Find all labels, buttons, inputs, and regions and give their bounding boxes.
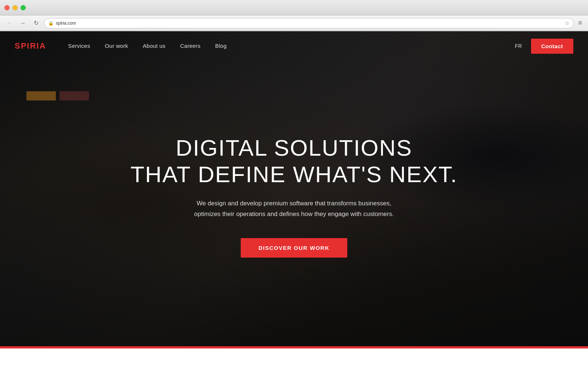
forward-button[interactable]: →: [18, 18, 28, 28]
nav-right: FR Contact: [515, 39, 573, 54]
nav-item-our-work: Our work: [105, 43, 128, 49]
traffic-lights: [4, 5, 26, 10]
bookmark-icon: ☆: [565, 20, 570, 26]
navbar: SPIRIA Services Our work About us Career…: [0, 31, 588, 61]
nav-link-services[interactable]: Services: [68, 43, 90, 49]
hero-title: DIGITAL SOLUTIONS THAT DEFINE WHAT'S NEX…: [130, 135, 458, 187]
minimize-button[interactable]: [12, 5, 18, 10]
website: SPIRIA Services Our work About us Career…: [0, 31, 588, 368]
logo-text: SPIRIA: [15, 41, 46, 51]
nav-item-careers: Careers: [180, 43, 200, 49]
reload-button[interactable]: ↻: [31, 18, 41, 28]
nav-link-blog[interactable]: Blog: [215, 43, 227, 49]
nav-item-services: Services: [68, 43, 90, 49]
lock-icon: 🔒: [48, 21, 54, 26]
nav-link-our-work[interactable]: Our work: [105, 43, 128, 49]
contact-button[interactable]: Contact: [531, 39, 573, 54]
menu-icon[interactable]: ≡: [577, 18, 584, 28]
address-bar[interactable]: 🔒 spiria.com ☆: [44, 18, 574, 28]
nav-links: Services Our work About us Careers Blog: [68, 43, 515, 49]
logo[interactable]: SPIRIA: [15, 41, 46, 51]
browser-chrome: ← → ↻ 🔒 spiria.com ☆ ≡: [0, 0, 588, 31]
hero-section: SPIRIA Services Our work About us Career…: [0, 31, 588, 346]
nav-link-careers[interactable]: Careers: [180, 43, 200, 49]
nav-item-blog: Blog: [215, 43, 227, 49]
below-fold-section: [0, 348, 588, 368]
back-button[interactable]: ←: [4, 18, 15, 28]
toolbar: ← → ↻ 🔒 spiria.com ☆ ≡: [0, 15, 588, 31]
close-button[interactable]: [4, 5, 10, 10]
address-text: spiria.com: [56, 21, 563, 26]
cta-button[interactable]: Discover our work: [241, 238, 347, 258]
language-switch[interactable]: FR: [515, 43, 522, 49]
titlebar: [0, 0, 588, 15]
hero-content: DIGITAL SOLUTIONS THAT DEFINE WHAT'S NEX…: [0, 61, 588, 346]
nav-link-about-us[interactable]: About us: [143, 43, 166, 49]
nav-item-about-us: About us: [143, 43, 166, 49]
hero-subtitle: We design and develop premium software t…: [191, 198, 397, 220]
maximize-button[interactable]: [21, 5, 26, 10]
